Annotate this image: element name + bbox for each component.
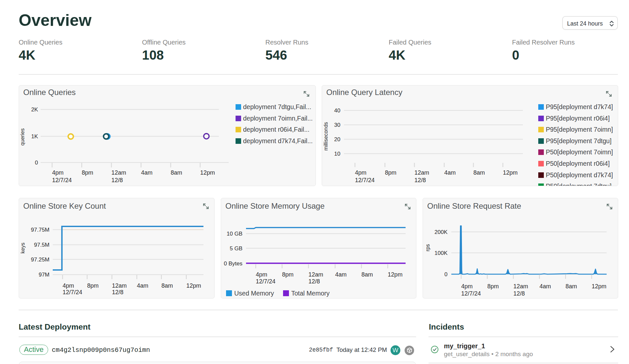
svg-text:12/8: 12/8 — [111, 177, 123, 183]
svg-text:4pm: 4pm — [63, 282, 74, 289]
svg-text:8pm: 8pm — [487, 283, 499, 290]
svg-text:100K: 100K — [434, 250, 448, 256]
svg-text:12/8: 12/8 — [513, 290, 525, 297]
svg-text:0: 0 — [35, 160, 38, 166]
svg-text:milliseconds: milliseconds — [323, 122, 329, 150]
svg-text:12/7/24: 12/7/24 — [52, 177, 72, 183]
svg-text:97.75M: 97.75M — [31, 227, 49, 233]
svg-text:12pm: 12pm — [200, 169, 215, 176]
svg-text:12/7/24: 12/7/24 — [256, 278, 276, 285]
svg-text:12am: 12am — [309, 271, 323, 278]
svg-text:10: 10 — [334, 151, 340, 157]
svg-text:keys: keys — [20, 243, 26, 254]
svg-text:12/7/24: 12/7/24 — [355, 177, 375, 183]
svg-text:12am: 12am — [112, 282, 127, 289]
svg-text:4am: 4am — [335, 271, 347, 278]
svg-text:0 Bytes: 0 Bytes — [224, 260, 242, 267]
svg-text:4am: 4am — [137, 282, 148, 289]
svg-text:20: 20 — [334, 136, 340, 143]
svg-text:8pm: 8pm — [87, 282, 99, 289]
svg-text:12pm: 12pm — [186, 282, 201, 289]
svg-text:8am: 8am — [162, 282, 173, 289]
svg-text:8pm: 8pm — [282, 271, 294, 278]
svg-text:8am: 8am — [473, 169, 485, 176]
svg-text:0: 0 — [445, 271, 448, 278]
svg-text:12pm: 12pm — [388, 271, 403, 278]
svg-text:4am: 4am — [540, 283, 551, 290]
svg-text:1K: 1K — [31, 133, 38, 140]
svg-text:8pm: 8pm — [82, 169, 93, 176]
svg-text:4pm: 4pm — [461, 283, 473, 290]
svg-text:12am: 12am — [513, 283, 528, 290]
svg-text:10 GB: 10 GB — [227, 231, 242, 237]
svg-text:4am: 4am — [141, 169, 153, 176]
svg-text:rps: rps — [425, 244, 430, 251]
svg-text:12am: 12am — [414, 169, 429, 176]
svg-text:97.5M: 97.5M — [34, 242, 49, 248]
svg-text:2K: 2K — [31, 106, 38, 113]
svg-text:12/7/24: 12/7/24 — [63, 289, 82, 296]
svg-text:8am: 8am — [361, 271, 373, 278]
svg-text:4pm: 4pm — [355, 169, 367, 176]
svg-text:97M: 97M — [39, 272, 49, 278]
svg-text:12am: 12am — [111, 169, 126, 176]
svg-text:12/8: 12/8 — [112, 289, 124, 296]
svg-text:8am: 8am — [565, 283, 577, 290]
svg-text:4pm: 4pm — [256, 271, 267, 278]
svg-text:12/8: 12/8 — [309, 278, 320, 285]
svg-text:12/8: 12/8 — [414, 177, 426, 183]
svg-text:4am: 4am — [444, 169, 456, 176]
svg-text:12/7/24: 12/7/24 — [461, 290, 481, 297]
svg-text:8am: 8am — [171, 169, 182, 176]
svg-text:12pm: 12pm — [592, 283, 606, 290]
svg-text:4pm: 4pm — [52, 169, 64, 176]
svg-text:queries: queries — [20, 128, 25, 145]
svg-text:200K: 200K — [434, 229, 448, 235]
svg-text:12pm: 12pm — [503, 169, 518, 176]
svg-text:97.25M: 97.25M — [31, 257, 49, 263]
svg-text:30: 30 — [334, 122, 340, 128]
svg-text:40: 40 — [334, 107, 340, 114]
svg-text:8pm: 8pm — [385, 169, 396, 176]
svg-text:5 GB: 5 GB — [230, 245, 242, 252]
